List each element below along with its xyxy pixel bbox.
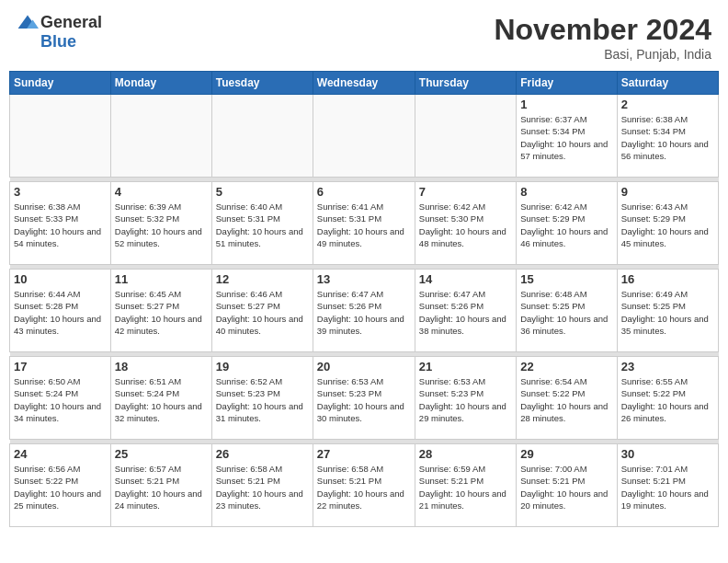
calendar-day-cell bbox=[415, 95, 516, 178]
logo: General Blue bbox=[17, 13, 102, 52]
day-info: Sunrise: 6:53 AM Sunset: 5:23 PM Dayligh… bbox=[317, 375, 411, 424]
day-number: 1 bbox=[520, 98, 612, 111]
day-info: Sunrise: 6:39 AM Sunset: 5:32 PM Dayligh… bbox=[115, 201, 208, 249]
day-number: 7 bbox=[419, 185, 512, 199]
day-info: Sunrise: 6:42 AM Sunset: 5:30 PM Dayligh… bbox=[419, 201, 512, 249]
day-number: 9 bbox=[621, 185, 714, 199]
calendar-day-cell bbox=[110, 95, 211, 178]
day-number: 2 bbox=[621, 98, 714, 111]
calendar-day-cell: 4Sunrise: 6:39 AM Sunset: 5:32 PM Daylig… bbox=[110, 182, 211, 265]
calendar-week-row: 10Sunrise: 6:44 AM Sunset: 5:28 PM Dayli… bbox=[10, 270, 719, 352]
title-area: November 2024 Basi, Punjab, India bbox=[494, 13, 711, 62]
calendar-day-cell: 16Sunrise: 6:49 AM Sunset: 5:25 PM Dayli… bbox=[617, 270, 718, 352]
day-header-sunday: Sunday bbox=[10, 72, 111, 95]
calendar-day-cell: 13Sunrise: 6:47 AM Sunset: 5:26 PM Dayli… bbox=[313, 270, 415, 352]
day-number: 19 bbox=[216, 360, 309, 373]
day-number: 10 bbox=[14, 272, 107, 286]
calendar-day-cell: 30Sunrise: 7:01 AM Sunset: 5:21 PM Dayli… bbox=[617, 444, 718, 527]
day-info: Sunrise: 6:37 AM Sunset: 5:34 PM Dayligh… bbox=[520, 113, 612, 162]
day-number: 26 bbox=[216, 447, 309, 461]
day-number: 23 bbox=[621, 360, 714, 373]
day-info: Sunrise: 6:51 AM Sunset: 5:24 PM Dayligh… bbox=[115, 375, 208, 424]
day-info: Sunrise: 6:43 AM Sunset: 5:29 PM Dayligh… bbox=[621, 201, 714, 249]
day-number: 17 bbox=[14, 360, 107, 373]
day-number: 18 bbox=[115, 360, 208, 373]
day-info: Sunrise: 6:56 AM Sunset: 5:22 PM Dayligh… bbox=[14, 463, 107, 511]
day-number: 8 bbox=[520, 185, 612, 199]
day-number: 16 bbox=[621, 272, 714, 286]
calendar-day-cell: 27Sunrise: 6:58 AM Sunset: 5:21 PM Dayli… bbox=[313, 444, 415, 527]
calendar-day-cell: 10Sunrise: 6:44 AM Sunset: 5:28 PM Dayli… bbox=[10, 270, 111, 352]
day-info: Sunrise: 6:57 AM Sunset: 5:21 PM Dayligh… bbox=[115, 463, 208, 511]
day-header-thursday: Thursday bbox=[415, 72, 516, 95]
day-number: 5 bbox=[216, 185, 309, 199]
day-number: 20 bbox=[317, 360, 411, 373]
day-number: 3 bbox=[14, 185, 107, 199]
day-number: 28 bbox=[419, 447, 512, 461]
day-number: 27 bbox=[317, 447, 411, 461]
calendar-day-cell: 14Sunrise: 6:47 AM Sunset: 5:26 PM Dayli… bbox=[415, 270, 516, 352]
day-info: Sunrise: 6:58 AM Sunset: 5:21 PM Dayligh… bbox=[216, 463, 309, 511]
day-number: 12 bbox=[216, 272, 309, 286]
calendar-day-cell: 28Sunrise: 6:59 AM Sunset: 5:21 PM Dayli… bbox=[415, 444, 516, 527]
day-info: Sunrise: 6:38 AM Sunset: 5:33 PM Dayligh… bbox=[14, 201, 107, 249]
day-header-saturday: Saturday bbox=[617, 72, 718, 95]
calendar-day-cell: 15Sunrise: 6:48 AM Sunset: 5:25 PM Dayli… bbox=[517, 270, 617, 352]
logo-icon bbox=[17, 14, 39, 32]
day-number: 4 bbox=[115, 185, 208, 199]
day-info: Sunrise: 6:48 AM Sunset: 5:25 PM Dayligh… bbox=[520, 288, 612, 337]
day-info: Sunrise: 6:50 AM Sunset: 5:24 PM Dayligh… bbox=[14, 375, 107, 424]
month-title: November 2024 bbox=[494, 13, 711, 47]
day-info: Sunrise: 6:59 AM Sunset: 5:21 PM Dayligh… bbox=[419, 463, 512, 511]
calendar-day-cell: 8Sunrise: 6:42 AM Sunset: 5:29 PM Daylig… bbox=[517, 182, 617, 265]
calendar-day-cell: 21Sunrise: 6:53 AM Sunset: 5:23 PM Dayli… bbox=[415, 357, 516, 440]
calendar-week-row: 1Sunrise: 6:37 AM Sunset: 5:34 PM Daylig… bbox=[10, 95, 719, 178]
day-info: Sunrise: 6:42 AM Sunset: 5:29 PM Dayligh… bbox=[520, 201, 612, 249]
day-info: Sunrise: 6:45 AM Sunset: 5:27 PM Dayligh… bbox=[115, 288, 208, 337]
day-number: 11 bbox=[115, 272, 208, 286]
day-info: Sunrise: 6:38 AM Sunset: 5:34 PM Dayligh… bbox=[621, 113, 714, 162]
calendar-day-cell: 11Sunrise: 6:45 AM Sunset: 5:27 PM Dayli… bbox=[110, 270, 211, 352]
day-number: 22 bbox=[520, 360, 612, 373]
day-info: Sunrise: 6:44 AM Sunset: 5:28 PM Dayligh… bbox=[14, 288, 107, 337]
day-number: 24 bbox=[14, 447, 107, 461]
calendar-day-cell: 20Sunrise: 6:53 AM Sunset: 5:23 PM Dayli… bbox=[313, 357, 415, 440]
day-number: 25 bbox=[115, 447, 208, 461]
day-info: Sunrise: 6:54 AM Sunset: 5:22 PM Dayligh… bbox=[520, 375, 612, 424]
calendar-table: SundayMondayTuesdayWednesdayThursdayFrid… bbox=[9, 71, 719, 527]
day-info: Sunrise: 6:47 AM Sunset: 5:26 PM Dayligh… bbox=[317, 288, 411, 337]
calendar-header-row: SundayMondayTuesdayWednesdayThursdayFrid… bbox=[10, 72, 719, 95]
calendar-day-cell: 17Sunrise: 6:50 AM Sunset: 5:24 PM Dayli… bbox=[10, 357, 111, 440]
day-info: Sunrise: 6:40 AM Sunset: 5:31 PM Dayligh… bbox=[216, 201, 309, 249]
day-info: Sunrise: 6:53 AM Sunset: 5:23 PM Dayligh… bbox=[419, 375, 512, 424]
calendar-day-cell: 2Sunrise: 6:38 AM Sunset: 5:34 PM Daylig… bbox=[617, 95, 718, 178]
calendar-day-cell bbox=[211, 95, 313, 178]
day-number: 13 bbox=[317, 272, 411, 286]
calendar-day-cell: 19Sunrise: 6:52 AM Sunset: 5:23 PM Dayli… bbox=[211, 357, 313, 440]
calendar-day-cell: 6Sunrise: 6:41 AM Sunset: 5:31 PM Daylig… bbox=[313, 182, 415, 265]
calendar-week-row: 17Sunrise: 6:50 AM Sunset: 5:24 PM Dayli… bbox=[10, 357, 719, 440]
calendar-day-cell: 12Sunrise: 6:46 AM Sunset: 5:27 PM Dayli… bbox=[211, 270, 313, 352]
calendar-day-cell bbox=[313, 95, 415, 178]
calendar-day-cell: 22Sunrise: 6:54 AM Sunset: 5:22 PM Dayli… bbox=[517, 357, 617, 440]
day-header-friday: Friday bbox=[517, 72, 617, 95]
day-info: Sunrise: 6:58 AM Sunset: 5:21 PM Dayligh… bbox=[317, 463, 411, 511]
calendar-day-cell: 26Sunrise: 6:58 AM Sunset: 5:21 PM Dayli… bbox=[211, 444, 313, 527]
day-info: Sunrise: 6:41 AM Sunset: 5:31 PM Dayligh… bbox=[317, 201, 411, 249]
calendar-day-cell: 25Sunrise: 6:57 AM Sunset: 5:21 PM Dayli… bbox=[110, 444, 211, 527]
day-number: 21 bbox=[419, 360, 512, 373]
calendar-day-cell: 24Sunrise: 6:56 AM Sunset: 5:22 PM Dayli… bbox=[10, 444, 111, 527]
logo-general: General bbox=[40, 13, 102, 32]
day-number: 15 bbox=[520, 272, 612, 286]
day-info: Sunrise: 6:52 AM Sunset: 5:23 PM Dayligh… bbox=[216, 375, 309, 424]
day-number: 30 bbox=[621, 447, 714, 461]
calendar-day-cell: 3Sunrise: 6:38 AM Sunset: 5:33 PM Daylig… bbox=[10, 182, 111, 265]
day-header-tuesday: Tuesday bbox=[211, 72, 313, 95]
day-info: Sunrise: 6:46 AM Sunset: 5:27 PM Dayligh… bbox=[216, 288, 309, 337]
calendar-day-cell: 18Sunrise: 6:51 AM Sunset: 5:24 PM Dayli… bbox=[110, 357, 211, 440]
logo-blue: Blue bbox=[40, 32, 76, 52]
calendar-day-cell: 23Sunrise: 6:55 AM Sunset: 5:22 PM Dayli… bbox=[617, 357, 718, 440]
day-number: 6 bbox=[317, 185, 411, 199]
calendar-day-cell: 5Sunrise: 6:40 AM Sunset: 5:31 PM Daylig… bbox=[211, 182, 313, 265]
calendar-day-cell: 29Sunrise: 7:00 AM Sunset: 5:21 PM Dayli… bbox=[517, 444, 617, 527]
